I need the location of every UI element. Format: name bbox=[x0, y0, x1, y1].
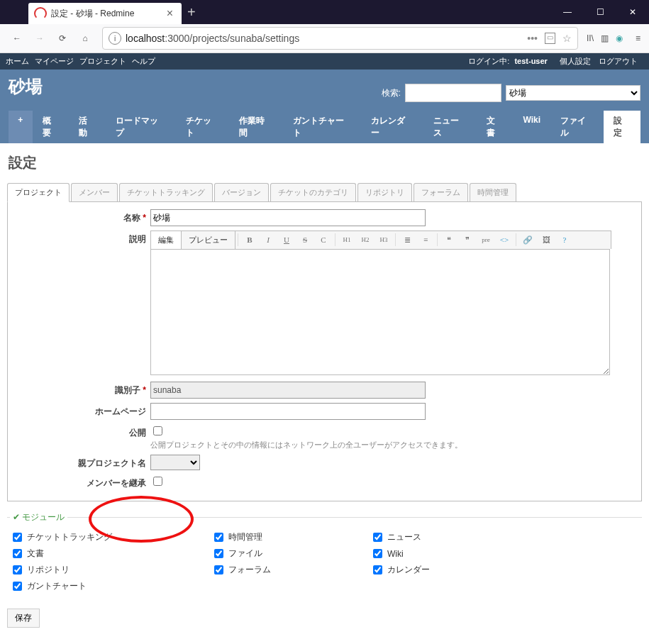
link-button[interactable]: 🔗 bbox=[518, 231, 537, 248]
module-item[interactable]: 時間管理 bbox=[211, 531, 271, 544]
library-icon[interactable]: II\ bbox=[587, 33, 594, 43]
unquote-button[interactable]: ❞ bbox=[458, 231, 477, 248]
nav-projects[interactable]: プロジェクト bbox=[79, 56, 126, 67]
codelang-button[interactable]: <> bbox=[495, 231, 514, 248]
close-window-button[interactable]: ✕ bbox=[616, 0, 649, 24]
tab-versions[interactable]: バージョン bbox=[214, 183, 269, 201]
menu-documents[interactable]: 文書 bbox=[477, 111, 514, 143]
menu-overview[interactable]: 概要 bbox=[33, 111, 70, 143]
module-item[interactable]: ガントチャート bbox=[10, 579, 112, 593]
menu-new[interactable]: + bbox=[9, 111, 33, 143]
nav-logout[interactable]: ログアウト bbox=[599, 57, 638, 65]
underline-button[interactable]: U bbox=[277, 231, 296, 248]
quote-button[interactable]: ❝ bbox=[440, 231, 458, 248]
bold-button[interactable]: B bbox=[240, 231, 259, 248]
maximize-button[interactable]: ☐ bbox=[584, 0, 616, 24]
close-tab-icon[interactable]: × bbox=[164, 7, 176, 20]
menu-news[interactable]: ニュース bbox=[423, 111, 477, 143]
nav-myaccount[interactable]: 個人設定 bbox=[560, 57, 591, 65]
home-button[interactable]: ⌂ bbox=[74, 27, 96, 50]
module-checkbox[interactable] bbox=[214, 533, 223, 542]
account-icon[interactable]: ◉ bbox=[616, 33, 623, 43]
menu-time[interactable]: 作業時間 bbox=[229, 111, 282, 143]
menu-settings[interactable]: 設定 bbox=[604, 111, 640, 143]
module-checkbox[interactable] bbox=[13, 582, 22, 591]
nav-help[interactable]: ヘルプ bbox=[132, 56, 155, 67]
module-checkbox[interactable] bbox=[214, 549, 223, 558]
help-button[interactable]: ? bbox=[555, 231, 574, 248]
module-checkbox[interactable] bbox=[13, 565, 22, 574]
project-title: 砂場 bbox=[9, 75, 43, 98]
back-button[interactable]: ← bbox=[6, 27, 28, 50]
ul-button[interactable]: ≣ bbox=[398, 231, 416, 248]
new-tab-button[interactable]: + bbox=[182, 4, 201, 21]
module-item[interactable]: 文書 bbox=[10, 547, 112, 560]
editor-toolbar: 編集 プレビュー B I U S C H1 H2 H3 ≣ ≡ ❝ bbox=[150, 231, 611, 249]
menu-activity[interactable]: 活動 bbox=[69, 111, 106, 143]
module-item[interactable]: Wiki bbox=[370, 547, 430, 560]
menu-gantt[interactable]: ガントチャート bbox=[283, 111, 362, 143]
nav-mypage[interactable]: マイページ bbox=[35, 56, 74, 67]
module-item[interactable]: リポジトリ bbox=[10, 563, 112, 577]
tab-members[interactable]: メンバー bbox=[71, 183, 118, 201]
module-checkbox[interactable] bbox=[13, 549, 22, 558]
project-select[interactable]: 砂場 bbox=[506, 85, 640, 101]
tab-tracking[interactable]: チケットトラッキング bbox=[119, 183, 213, 201]
module-checkbox[interactable] bbox=[373, 565, 382, 574]
tab-forums[interactable]: フォーラム bbox=[414, 183, 468, 201]
module-checkbox[interactable] bbox=[13, 533, 22, 542]
editor-tab-edit[interactable]: 編集 bbox=[151, 231, 182, 249]
menu-files[interactable]: ファイル bbox=[550, 111, 604, 143]
loggedin-user[interactable]: test-user bbox=[514, 57, 547, 65]
search-input[interactable] bbox=[405, 84, 501, 102]
more-icon[interactable]: ••• bbox=[527, 33, 538, 44]
module-checkbox[interactable] bbox=[373, 533, 382, 542]
forward-button[interactable]: → bbox=[28, 27, 51, 50]
save-button[interactable]: 保存 bbox=[7, 609, 40, 628]
nav-home[interactable]: ホーム bbox=[6, 56, 29, 67]
module-item[interactable]: チケットトラッキング bbox=[10, 531, 112, 544]
tab-timemgmt[interactable]: 時間管理 bbox=[470, 183, 516, 201]
parent-select[interactable] bbox=[150, 455, 200, 470]
menu-calendar[interactable]: カレンダー bbox=[361, 111, 423, 143]
sidebar-icon[interactable]: ▥ bbox=[601, 33, 609, 43]
desc-textarea[interactable] bbox=[150, 249, 610, 375]
h2-button[interactable]: H2 bbox=[356, 231, 375, 248]
minimize-button[interactable]: — bbox=[551, 0, 584, 24]
italic-button[interactable]: I bbox=[259, 231, 277, 248]
module-item[interactable]: カレンダー bbox=[370, 563, 430, 577]
h3-button[interactable]: H3 bbox=[375, 231, 393, 248]
footer: Powered by Redmine © 2006-2019 Jean-Phil… bbox=[0, 638, 649, 644]
browser-tab[interactable]: 設定 - 砂場 - Redmine × bbox=[28, 3, 182, 24]
menu-roadmap[interactable]: ロードマップ bbox=[106, 111, 176, 143]
image-button[interactable]: 🖼 bbox=[537, 231, 555, 248]
module-checkbox[interactable] bbox=[373, 549, 382, 558]
bookmark-icon[interactable]: ☆ bbox=[562, 33, 572, 44]
code-button[interactable]: C bbox=[314, 231, 333, 248]
module-item[interactable]: ニュース bbox=[370, 531, 430, 544]
homepage-input[interactable] bbox=[150, 403, 426, 420]
search-label: 検索: bbox=[382, 87, 401, 99]
pre-button[interactable]: pre bbox=[477, 231, 495, 248]
url-bar[interactable]: i localhost:3000/projects/sunaba/setting… bbox=[102, 27, 578, 50]
tab-project[interactable]: プロジェクト bbox=[7, 183, 70, 202]
redmine-icon bbox=[34, 7, 47, 20]
editor-tab-preview[interactable]: プレビュー bbox=[182, 231, 235, 249]
inherit-checkbox[interactable] bbox=[153, 477, 162, 486]
ol-button[interactable]: ≡ bbox=[416, 231, 435, 248]
name-input[interactable] bbox=[150, 209, 426, 226]
h1-button[interactable]: H1 bbox=[338, 231, 356, 248]
tab-repos[interactable]: リポジトリ bbox=[357, 183, 412, 201]
module-item[interactable]: ファイル bbox=[211, 547, 271, 560]
strike-button[interactable]: S bbox=[296, 231, 314, 248]
module-checkbox[interactable] bbox=[214, 565, 223, 574]
menu-wiki[interactable]: Wiki bbox=[513, 111, 550, 143]
menu-issues[interactable]: チケット bbox=[176, 111, 229, 143]
public-checkbox[interactable] bbox=[153, 426, 162, 435]
info-icon[interactable]: i bbox=[109, 32, 121, 45]
module-item[interactable]: フォーラム bbox=[211, 563, 271, 577]
menu-icon[interactable]: ≡ bbox=[636, 33, 640, 43]
reload-button[interactable]: ⟳ bbox=[51, 27, 74, 50]
reader-icon[interactable]: ▭ bbox=[545, 33, 555, 44]
tab-categories[interactable]: チケットのカテゴリ bbox=[270, 183, 356, 201]
